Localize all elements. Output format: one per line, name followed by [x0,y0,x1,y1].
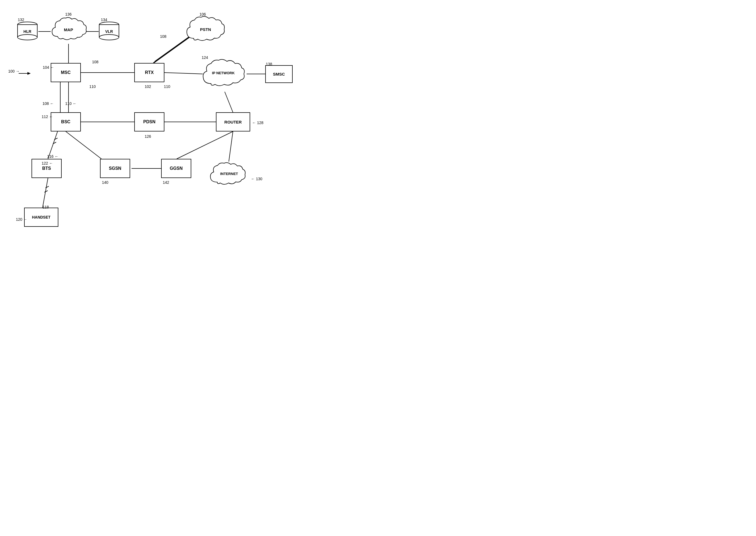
bsc-node: BSC [51,112,81,131]
svg-text:INTERNET: INTERNET [220,172,238,176]
svg-line-15 [53,142,56,144]
map-node: MAP [49,16,88,45]
smsc-node: SMSC [265,65,292,83]
ref-112: 112 ← [42,115,53,119]
svg-text:VLR: VLR [105,29,113,34]
ref-120: 120 ← [16,217,27,221]
ref-128: ← 128 [252,120,263,125]
msc-node: MSC [51,63,81,82]
svg-text:HLR: HLR [23,29,31,34]
ref-132: 132 [18,17,24,22]
ref-136: 136 [65,12,72,17]
ref-108-bsc: 108 ← [43,101,54,106]
ref-110-rtx: 110 [164,84,170,89]
svg-line-6 [164,73,203,74]
svg-marker-24 [27,72,31,75]
sgsn-node: SGSN [100,159,130,178]
ref-110-bsc: 110 ← [65,101,77,106]
ref-142: 142 [163,180,169,184]
ref-108-top: 108 [92,60,98,64]
ref-118: 118 [43,205,49,209]
ip-network-node: IP NETWORK [200,57,247,92]
ref-100: 100 → [8,69,19,73]
svg-line-14 [54,138,57,140]
svg-point-29 [17,35,37,40]
pstn-node: PSTN [184,15,226,47]
handset-node: HANDSET [24,208,58,227]
svg-point-36 [99,35,119,40]
ref-126: 126 [145,134,151,139]
ref-134: 134 [101,17,107,22]
ref-110-msc: 110 [89,84,96,89]
rtx-node: RTX [134,63,164,82]
ref-140: 140 [102,180,108,184]
svg-line-21 [46,186,49,188]
ref-102: 102 [145,84,151,89]
svg-text:PSTN: PSTN [200,27,211,32]
svg-text:MAP: MAP [64,27,73,32]
ref-124: 124 [202,55,208,60]
svg-line-18 [177,131,233,159]
hlr-node: HLR [17,21,38,41]
ref-122: 122 ← [42,161,53,165]
ref-108-pstn: 108 [160,34,166,39]
ggsn-node: GGSN [161,159,191,178]
ref-116: 116 ← [47,154,58,158]
pdsn-node: PDSN [134,112,164,131]
svg-line-19 [229,131,233,162]
router-node: ROUTER [216,112,250,131]
network-diagram: HLR MAP VLR MSC RTX PSTN [0,0,378,268]
ref-138: 138 [266,62,272,66]
ref-130: ← 130 [251,177,262,181]
internet-node: INTERNET [208,162,250,189]
ref-104: 104 ← [43,65,54,70]
svg-text:IP NETWORK: IP NETWORK [212,71,235,75]
ref-106: 106 [199,12,206,17]
svg-line-8 [225,92,233,112]
svg-line-16 [66,131,101,159]
svg-line-20 [43,178,48,208]
vlr-node: VLR [98,21,120,41]
svg-line-22 [44,191,48,192]
